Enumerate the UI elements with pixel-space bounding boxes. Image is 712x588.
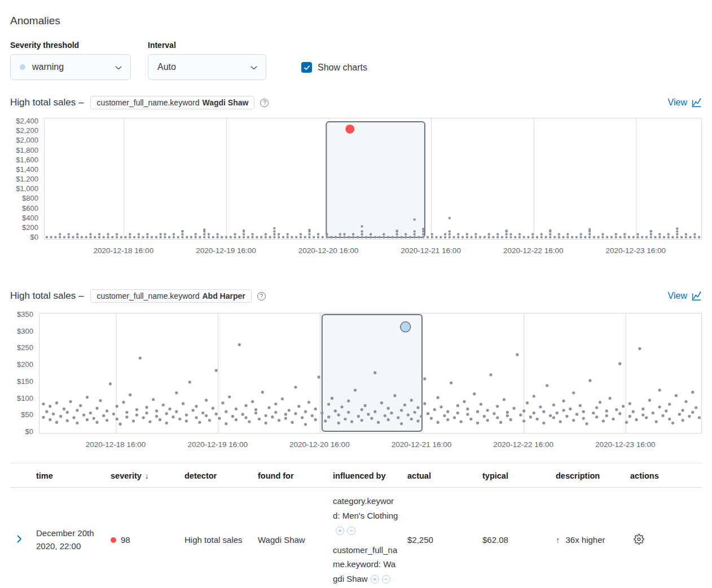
x-axis-tick: 2020-12-23 16:00: [595, 440, 656, 449]
col-detector[interactable]: detector: [180, 463, 253, 488]
sort-down-icon: ↓: [145, 471, 149, 480]
view-link-label: View: [668, 98, 687, 108]
x-axis-tick: 2020-12-22 16:00: [503, 246, 564, 255]
chevron-right-icon: [15, 534, 24, 543]
table-header-row: time severity↓ detector found for influe…: [10, 463, 702, 488]
help-icon[interactable]: ?: [260, 99, 269, 107]
severity-cell: 98: [106, 488, 180, 588]
interval-value: Auto: [157, 62, 176, 72]
anomalies-table: time severity↓ detector found for influe…: [10, 463, 702, 588]
anomaly-marker-critical[interactable]: [345, 125, 354, 134]
chart-header: High total sales – customer_full_name.ke…: [10, 95, 702, 110]
y-axis-tick: $1,200: [10, 175, 38, 183]
show-charts-checkbox-group[interactable]: Show charts: [301, 62, 367, 73]
col-time[interactable]: time: [32, 463, 106, 488]
chevron-down-icon: [115, 64, 122, 72]
y-axis-tick: $1,800: [10, 146, 38, 154]
x-axis-tick: 2020-12-19 16:00: [196, 246, 256, 255]
y-axis-tick: $350: [10, 310, 33, 319]
typical-cell: $62.08: [478, 488, 551, 588]
anomaly-chart-wagdi-shaw: $2,400$2,200$2,000$1,800$1,600$1,400$1,2…: [10, 118, 702, 260]
view-link-label: View: [668, 291, 687, 301]
x-axis-tick: 2020-12-19 16:00: [187, 440, 248, 449]
chart-header: High total sales – customer_full_name.ke…: [10, 288, 702, 304]
selection-band[interactable]: [326, 122, 425, 237]
badge-value: Wagdi Shaw: [203, 98, 249, 107]
col-actions: actions: [626, 463, 702, 488]
remove-filter-icon[interactable]: −: [347, 527, 355, 535]
line-chart-icon: [692, 291, 702, 301]
severity-threshold-label: Severity threshold: [10, 41, 131, 50]
critical-severity-dot-icon: [111, 537, 116, 543]
y-axis-tick: $2,400: [10, 117, 38, 125]
col-typical[interactable]: typical: [478, 463, 551, 488]
x-axis-tick: 2020-12-23 16:00: [605, 246, 666, 255]
show-charts-checkbox[interactable]: [301, 62, 312, 73]
anomaly-marker-warning[interactable]: [401, 322, 411, 332]
col-found-for[interactable]: found for: [253, 463, 328, 488]
y-axis-tick: $100: [10, 394, 33, 403]
x-axis-tick: 2020-12-21 16:00: [401, 246, 461, 255]
y-axis-tick: $1,000: [10, 184, 38, 193]
y-axis-tick: $2,200: [10, 126, 38, 135]
chart-section-wagdi-shaw: High total sales – customer_full_name.ke…: [10, 95, 702, 260]
x-axis-tick: 2020-12-18 16:00: [86, 440, 146, 449]
expand-row-button[interactable]: [15, 536, 24, 545]
description-text: 36x higher: [566, 535, 605, 545]
severity-threshold-control: Severity threshold warning: [10, 41, 131, 80]
badge-value: Abd Harper: [203, 291, 245, 300]
y-axis-tick: $150: [10, 377, 33, 386]
x-axis-tick: 2020-12-22 16:00: [493, 440, 553, 449]
interval-label: Interval: [148, 41, 266, 50]
y-axis-tick: $800: [10, 194, 38, 202]
check-icon: [304, 64, 310, 71]
controls-bar: Severity threshold warning Interval Auto…: [10, 41, 702, 80]
actions-button[interactable]: [634, 534, 644, 545]
col-expander: [10, 463, 32, 488]
actions-cell: [626, 488, 702, 588]
gear-icon: [634, 534, 644, 545]
influencer-entity: category.keyword: Men's Clothing+−: [333, 494, 398, 537]
y-axis-tick: $0: [10, 427, 33, 436]
y-axis-tick: $2,000: [10, 136, 38, 144]
time-cell: December 20th 2020, 22:00: [32, 488, 106, 588]
help-icon[interactable]: ?: [257, 292, 266, 300]
warning-severity-dot-icon: [20, 64, 25, 70]
y-axis-tick: $1,400: [10, 165, 38, 174]
severity-score: 98: [121, 535, 130, 545]
badge-field: customer_full_name.keyword: [96, 98, 199, 107]
chart-title: High total sales –: [10, 290, 83, 302]
anomaly-table-row: December 20th 2020, 22:00 98 High total …: [10, 488, 702, 588]
x-axis-tick: 2020-12-21 16:00: [392, 440, 452, 449]
view-link[interactable]: View: [668, 291, 702, 301]
actual-cell: $2,250: [403, 488, 478, 588]
view-link[interactable]: View: [668, 98, 702, 108]
add-filter-icon[interactable]: +: [371, 575, 379, 583]
remove-filter-icon[interactable]: −: [382, 575, 390, 583]
trend-up-icon: ↑: [556, 535, 560, 545]
chart-title: High total sales –: [10, 97, 83, 108]
chevron-down-icon: [250, 64, 258, 72]
col-description[interactable]: description: [551, 463, 626, 488]
add-filter-icon[interactable]: +: [336, 527, 344, 535]
x-axis-tick: 2020-12-20 16:00: [289, 440, 350, 449]
anomaly-chart-abd-harper: $350$300$250$200$150$100$50$02020-12-18 …: [10, 313, 702, 454]
page-title: Anomalies: [10, 15, 702, 27]
found-for-cell: Wagdi Shaw: [253, 488, 328, 588]
col-severity[interactable]: severity↓: [106, 463, 180, 488]
y-axis-tick: $50: [10, 410, 33, 419]
interval-select[interactable]: Auto: [148, 54, 266, 80]
col-actual[interactable]: actual: [403, 463, 478, 488]
severity-threshold-select[interactable]: warning: [10, 54, 131, 80]
y-axis-tick: $300: [10, 327, 33, 335]
y-axis-tick: $0: [10, 233, 38, 241]
x-axis-tick: 2020-12-18 16:00: [94, 246, 154, 255]
y-axis-tick: $1,600: [10, 156, 38, 164]
col-influenced-by[interactable]: influenced by: [328, 463, 403, 488]
chart-section-abd-harper: High total sales – customer_full_name.ke…: [10, 288, 702, 454]
plot-area[interactable]: [44, 118, 702, 240]
y-axis-tick: $400: [10, 214, 38, 222]
anomalies-page: Anomalies Severity threshold warning Int…: [0, 15, 712, 588]
plot-area[interactable]: [39, 313, 702, 434]
severity-threshold-value: warning: [32, 62, 64, 72]
